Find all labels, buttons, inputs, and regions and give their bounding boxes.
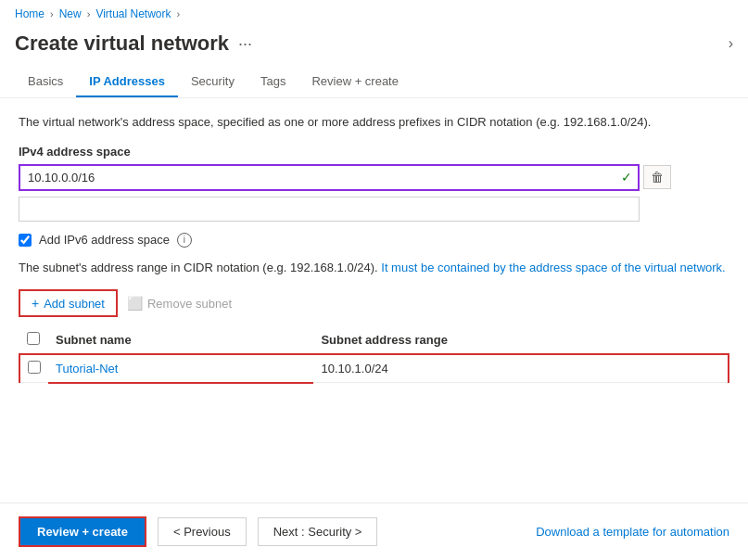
breadcrumb: Home › New › Virtual Network › <box>0 0 748 28</box>
remove-subnet-button[interactable]: ⬜ Remove subnet <box>127 296 232 311</box>
download-template-link[interactable]: Download a template for automation <box>536 525 729 539</box>
ipv4-second-input[interactable] <box>19 197 640 222</box>
add-subnet-label: Add subnet <box>44 297 105 311</box>
row-checkbox-cell <box>19 354 48 383</box>
breadcrumb-sep3: › <box>177 8 181 19</box>
subnet-address-cell: 10.10.1.0/24 <box>313 354 729 383</box>
ipv6-checkbox-row: Add IPv6 address space i <box>19 233 729 248</box>
tab-basics[interactable]: Basics <box>15 67 76 97</box>
subnet-name-link[interactable]: Tutorial-Net <box>56 362 118 375</box>
review-create-button[interactable]: Review + create <box>19 516 146 547</box>
ipv4-section-label: IPv4 address space <box>19 145 729 159</box>
ipv6-checkbox-label: Add IPv6 address space <box>39 233 170 247</box>
col-subnet-address: Subnet address range <box>313 326 729 354</box>
breadcrumb-new[interactable]: New <box>59 7 82 20</box>
tab-tags[interactable]: Tags <box>247 67 298 97</box>
col-checkbox <box>19 326 48 354</box>
tab-ip-addresses[interactable]: IP Addresses <box>76 67 178 97</box>
ipv4-first-input-box: ✓ <box>19 164 640 191</box>
plus-icon: + <box>32 296 39 311</box>
page-description: The virtual network's address space, spe… <box>19 113 729 132</box>
page-title: Create virtual network <box>15 32 229 56</box>
subnet-info-text: The subnet's address range in CIDR notat… <box>19 259 729 277</box>
ipv4-check-icon: ✓ <box>615 170 638 185</box>
breadcrumb-virtual-network[interactable]: Virtual Network <box>95 7 171 20</box>
breadcrumb-sep2: › <box>87 8 91 19</box>
previous-button[interactable]: < Previous <box>158 517 247 546</box>
table-row: Tutorial-Net 10.10.1.0/24 <box>19 354 729 383</box>
row-checkbox[interactable] <box>28 361 41 374</box>
footer: Review + create < Previous Next : Securi… <box>0 503 748 560</box>
tab-bar: Basics IP Addresses Security Tags Review… <box>0 67 748 98</box>
subnet-table: Subnet name Subnet address range Tutoria… <box>19 326 729 384</box>
add-subnet-button[interactable]: + Add subnet <box>19 289 118 317</box>
ipv4-delete-button[interactable]: 🗑 <box>643 165 671 189</box>
remove-subnet-icon: ⬜ <box>127 296 143 311</box>
ipv6-info-icon[interactable]: i <box>177 233 192 248</box>
subnet-name-cell: Tutorial-Net <box>48 354 313 383</box>
breadcrumb-home[interactable]: Home <box>15 7 44 20</box>
ipv6-checkbox[interactable] <box>19 234 32 247</box>
remove-subnet-label: Remove subnet <box>147 297 232 311</box>
breadcrumb-sep1: › <box>50 8 54 19</box>
select-all-checkbox[interactable] <box>27 332 40 345</box>
tab-security[interactable]: Security <box>178 67 247 97</box>
subnet-actions-row: + Add subnet ⬜ Remove subnet <box>19 289 729 317</box>
tab-review-create[interactable]: Review + create <box>298 67 412 97</box>
col-subnet-name: Subnet name <box>48 326 313 354</box>
next-security-button[interactable]: Next : Security > <box>258 517 378 546</box>
ipv4-first-input[interactable] <box>20 166 615 189</box>
expand-icon[interactable]: › <box>729 35 733 52</box>
page-options-icon[interactable]: ··· <box>238 34 252 54</box>
